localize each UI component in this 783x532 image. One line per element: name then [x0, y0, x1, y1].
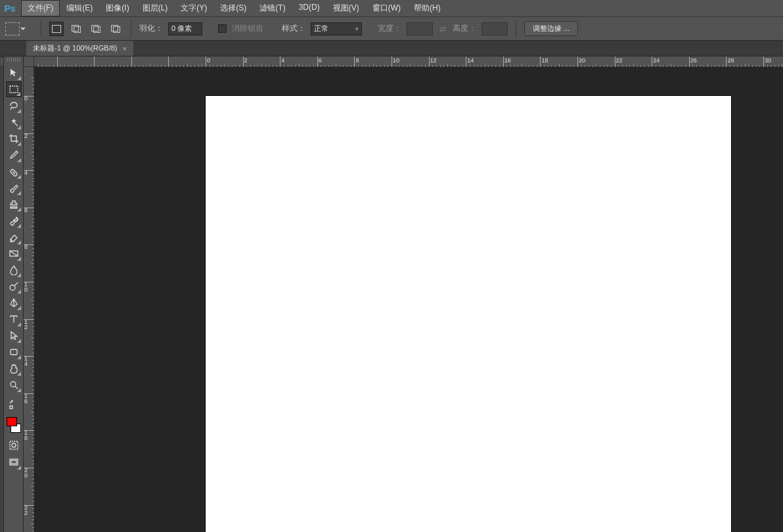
menu-帮助h[interactable]: 帮助(H)	[407, 0, 447, 16]
feather-label: 羽化：	[139, 23, 163, 34]
menu-文件f[interactable]: 文件(F)	[21, 0, 60, 16]
svg-rect-3	[11, 349, 17, 355]
screen-mode-button[interactable]	[6, 454, 22, 470]
options-bar: 羽化： 消除锯齿 样式： 正常 宽度： ⇄ 高度： 调整边缘 ...	[0, 17, 783, 41]
eyedropper-tool[interactable]	[6, 147, 22, 163]
refine-edge-button[interactable]: 调整边缘 ...	[524, 21, 578, 36]
menu-选择s[interactable]: 选择(S)	[213, 0, 253, 16]
antialias-label: 消除锯齿	[232, 23, 263, 34]
vertical-ruler[interactable]: 024681 01 21 41 61 82 02 22 4	[24, 67, 34, 532]
tool-preset-picker[interactable]	[5, 22, 20, 35]
antialias-checkbox[interactable]	[218, 24, 227, 33]
intersect-selection-button[interactable]	[108, 22, 123, 36]
crop-tool[interactable]	[6, 131, 22, 146]
document-canvas[interactable]	[206, 96, 731, 532]
horizontal-ruler[interactable]: 024681012141618202224262830	[34, 56, 783, 67]
document-tab-bar: 未标题-1 @ 100%(RGB/8) ×	[0, 41, 783, 56]
document-tab[interactable]: 未标题-1 @ 100%(RGB/8) ×	[26, 41, 133, 56]
style-label: 样式：	[282, 23, 305, 34]
dodge-tool[interactable]	[6, 278, 22, 294]
hand-tool[interactable]	[6, 361, 22, 376]
height-field[interactable]	[481, 22, 508, 35]
svg-rect-5	[10, 441, 18, 449]
panel-dock-strip[interactable]	[0, 56, 4, 532]
width-field[interactable]	[407, 22, 433, 35]
type-tool[interactable]	[6, 311, 22, 327]
feather-input[interactable]	[168, 22, 202, 35]
close-icon[interactable]: ×	[123, 45, 127, 53]
width-label: 宽度：	[378, 23, 401, 34]
swap-default-colors[interactable]	[6, 397, 22, 412]
add-selection-button[interactable]	[69, 22, 83, 36]
history-brush-tool[interactable]	[6, 213, 22, 229]
menu-图层l[interactable]: 图层(L)	[136, 0, 175, 16]
svg-point-2	[10, 285, 15, 290]
divider	[41, 21, 41, 37]
stamp-tool[interactable]	[6, 196, 22, 212]
blur-tool[interactable]	[6, 262, 22, 278]
document-tab-title: 未标题-1 @ 100%(RGB/8)	[33, 43, 118, 53]
menu-编辑e[interactable]: 编辑(E)	[60, 0, 99, 16]
brush-tool[interactable]	[6, 180, 22, 196]
pen-tool[interactable]	[6, 295, 22, 311]
color-swatches[interactable]	[5, 416, 22, 434]
height-label: 高度：	[453, 23, 476, 34]
divider	[131, 21, 131, 37]
healing-brush-tool[interactable]	[6, 164, 22, 179]
menu-视图v[interactable]: 视图(V)	[326, 0, 366, 16]
new-selection-button[interactable]	[49, 22, 64, 36]
menu-文字y[interactable]: 文字(Y)	[174, 0, 213, 16]
path-select-tool[interactable]	[6, 328, 22, 344]
eraser-tool[interactable]	[6, 229, 22, 245]
ruler-origin[interactable]	[24, 56, 34, 67]
menu-窗口w[interactable]: 窗口(W)	[366, 0, 407, 16]
move-tool[interactable]	[6, 65, 22, 81]
menu-bar: Ps 文件(F)编辑(E)图像(I)图层(L)文字(Y)选择(S)滤镜(T)3D…	[0, 0, 783, 17]
panel-grip[interactable]	[7, 58, 20, 62]
app-logo: Ps	[1, 1, 18, 16]
gradient-tool[interactable]	[6, 246, 22, 261]
divider	[516, 21, 516, 37]
subtract-selection-button[interactable]	[89, 22, 103, 36]
magic-wand-tool[interactable]	[6, 114, 22, 130]
zoom-tool[interactable]	[6, 377, 22, 393]
svg-rect-8	[11, 460, 16, 464]
tools-panel	[4, 56, 24, 532]
foreground-color-swatch[interactable]	[7, 417, 17, 426]
menu-3dd[interactable]: 3D(D)	[292, 0, 326, 16]
quick-mask-toggle[interactable]	[6, 437, 22, 453]
shape-tool[interactable]	[6, 344, 22, 360]
lasso-tool[interactable]	[6, 98, 22, 114]
svg-point-6	[12, 443, 16, 447]
canvas-area: 024681012141618202224262830 024681 01 21…	[24, 56, 783, 532]
swap-wh-button[interactable]: ⇄	[438, 24, 447, 33]
workspace: 024681012141618202224262830 024681 01 21…	[0, 56, 783, 532]
svg-point-4	[11, 382, 16, 387]
marquee-tool[interactable]	[6, 81, 22, 97]
style-dropdown[interactable]: 正常	[311, 22, 362, 35]
menu-滤镜t[interactable]: 滤镜(T)	[253, 0, 292, 16]
menu-图像i[interactable]: 图像(I)	[99, 0, 135, 16]
